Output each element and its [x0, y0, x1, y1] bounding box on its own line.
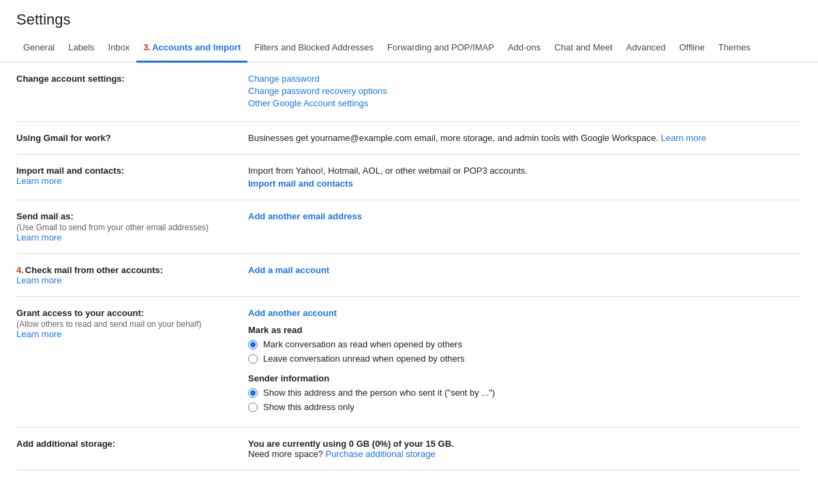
- tab-offline[interactable]: Offline: [672, 34, 711, 63]
- section-value-send-mail: Add another email address: [248, 211, 802, 221]
- step-badge-4: 4.: [16, 265, 24, 275]
- mark-as-read-label: Mark as read: [248, 325, 802, 335]
- section-label-gmail-work: Using Gmail for work?: [16, 133, 248, 143]
- section-grant-access: Grant access to your account: (Allow oth…: [16, 297, 802, 428]
- show-only-option[interactable]: Show this address only: [248, 402, 802, 412]
- grant-access-learn-more[interactable]: Learn more: [16, 329, 61, 339]
- add-email-address-link[interactable]: Add another email address: [248, 211, 362, 221]
- storage-sub-text: Need more space?: [248, 449, 323, 459]
- leave-unread-radio[interactable]: [248, 354, 258, 364]
- section-label-grant-access: Grant access to your account: (Allow oth…: [16, 308, 248, 339]
- sender-options-group: Show this address and the person who sen…: [248, 388, 802, 412]
- tab-accounts-import[interactable]: 3.Accounts and Import: [136, 34, 247, 63]
- tab-forwarding[interactable]: Forwarding and POP/IMAP: [380, 34, 501, 63]
- tab-general[interactable]: General: [16, 34, 61, 63]
- read-options-group: Mark conversation as read when opened by…: [248, 339, 802, 364]
- section-value-grant-access: Add another account Mark as read Mark co…: [248, 308, 802, 416]
- section-label-send-mail: Send mail as: (Use Gmail to send from yo…: [16, 211, 248, 242]
- mark-read-option[interactable]: Mark conversation as read when opened by…: [248, 339, 802, 349]
- section-label-import-mail: Import mail and contacts: Learn more: [16, 166, 248, 186]
- tab-advanced[interactable]: Advanced: [620, 34, 673, 63]
- send-mail-learn-more[interactable]: Learn more: [16, 232, 61, 242]
- add-another-account-link[interactable]: Add another account: [248, 308, 802, 318]
- section-change-account: Change account settings: Change password…: [16, 63, 802, 122]
- section-value-add-storage: You are currently using 0 GB (0%) of you…: [248, 439, 802, 459]
- page-title: Settings: [0, 0, 818, 34]
- section-label-change-account: Change account settings:: [16, 74, 248, 84]
- check-mail-learn-more[interactable]: Learn more: [16, 275, 61, 285]
- show-both-option[interactable]: Show this address and the person who sen…: [248, 388, 802, 398]
- step-badge-3: 3.: [143, 42, 151, 52]
- sender-info-label: Sender information: [248, 373, 802, 383]
- import-learn-more[interactable]: Learn more: [16, 176, 61, 186]
- tab-chat[interactable]: Chat and Meet: [547, 34, 619, 63]
- section-value-gmail-work: Businesses get yourname@example.com emai…: [248, 133, 802, 143]
- settings-nav: General Labels Inbox 3.Accounts and Impo…: [0, 34, 818, 63]
- tab-addons[interactable]: Add-ons: [501, 34, 547, 63]
- settings-content: Change account settings: Change password…: [0, 63, 818, 471]
- section-label-add-storage: Add additional storage:: [16, 439, 248, 449]
- google-account-link[interactable]: Other Google Account settings: [248, 98, 802, 108]
- purchase-storage-link[interactable]: Purchase additional storage: [325, 449, 435, 459]
- section-check-mail: 4. Check mail from other accounts: Learn…: [16, 254, 802, 297]
- section-send-mail: Send mail as: (Use Gmail to send from yo…: [16, 200, 802, 254]
- tab-themes[interactable]: Themes: [712, 34, 757, 63]
- tab-labels[interactable]: Labels: [61, 34, 101, 63]
- gmail-work-learn-more[interactable]: Learn more: [661, 133, 706, 143]
- change-password-link[interactable]: Change password: [248, 74, 802, 84]
- storage-usage-text: You are currently using 0 GB (0%) of you…: [248, 439, 454, 449]
- mark-read-radio[interactable]: [248, 340, 258, 349]
- tab-inbox[interactable]: Inbox: [102, 34, 137, 63]
- section-value-change-account: Change password Change password recovery…: [248, 74, 802, 110]
- add-mail-account-link[interactable]: Add a mail account: [248, 265, 329, 275]
- section-value-check-mail: Add a mail account: [248, 265, 802, 275]
- import-mail-contacts-link[interactable]: Import mail and contacts: [248, 178, 353, 189]
- change-recovery-link[interactable]: Change password recovery options: [248, 86, 802, 96]
- section-add-storage: Add additional storage: You are currentl…: [16, 428, 802, 471]
- show-only-radio[interactable]: [248, 403, 258, 412]
- section-value-import-mail: Import from Yahoo!, Hotmail, AOL, or oth…: [248, 166, 802, 189]
- section-label-check-mail: 4. Check mail from other accounts: Learn…: [16, 265, 248, 285]
- section-gmail-work: Using Gmail for work? Businesses get you…: [16, 122, 802, 155]
- show-both-radio[interactable]: [248, 388, 258, 398]
- tab-filters[interactable]: Filters and Blocked Addresses: [247, 34, 380, 63]
- leave-unread-option[interactable]: Leave conversation unread when opened by…: [248, 353, 802, 364]
- section-import-mail: Import mail and contacts: Learn more Imp…: [16, 155, 802, 200]
